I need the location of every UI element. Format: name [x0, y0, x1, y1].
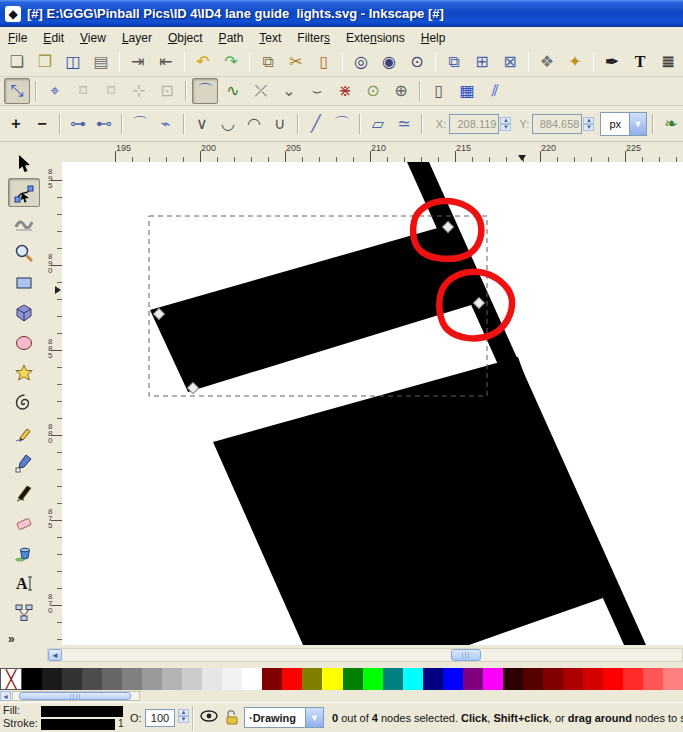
tool-paint-bucket[interactable]	[8, 538, 40, 567]
swatch-red[interactable]	[282, 668, 302, 690]
tool-selector[interactable]	[8, 148, 40, 177]
node-smooth-icon[interactable]: ◡	[216, 112, 240, 136]
swatch-red-dark-2[interactable]	[563, 668, 583, 690]
tool-rectangle[interactable]	[8, 268, 40, 297]
tool-bezier-pen[interactable]	[8, 448, 40, 477]
swatch-red-dark-1[interactable]	[583, 668, 603, 690]
swatch-green[interactable]	[343, 668, 363, 690]
swatch-aqua[interactable]	[403, 668, 423, 690]
scroll-left-arrow-icon[interactable]: ◄	[48, 649, 62, 661]
delete-node-icon[interactable]: −	[30, 112, 54, 136]
upper-lane-guide-shape[interactable]	[150, 225, 481, 392]
swatch-gray-70[interactable]	[82, 668, 102, 690]
stroke-color-swatch[interactable]	[41, 719, 115, 730]
layer-visibility-eye-icon[interactable]	[200, 710, 218, 724]
menu-layer[interactable]: Layer	[114, 29, 160, 47]
swatch-gray-80[interactable]	[62, 668, 82, 690]
opacity-field[interactable]: 100	[145, 709, 175, 727]
swatch-fuchsia[interactable]	[483, 668, 503, 690]
lower-lane-guide-shape[interactable]	[213, 357, 603, 645]
menu-view[interactable]: View	[72, 29, 114, 47]
x-coordinate-field[interactable]: 208.119	[449, 114, 499, 134]
tool-calligraphy[interactable]	[8, 478, 40, 507]
swatch-white[interactable]	[242, 668, 262, 690]
fill-color-swatch[interactable]	[41, 706, 123, 717]
layer-lock-open-icon[interactable]	[224, 709, 240, 727]
import-icon[interactable]: ⇥	[125, 49, 151, 75]
tool-eraser[interactable]	[8, 508, 40, 537]
snap-midpoints-icon[interactable]: ⋇	[332, 78, 358, 104]
node-symmetric-icon[interactable]: ◠	[242, 112, 266, 136]
tool-star[interactable]	[8, 358, 40, 387]
menu-text[interactable]: Text	[251, 29, 289, 47]
redo-icon[interactable]: ↷	[218, 49, 244, 75]
menu-extensions[interactable]: Extensions	[338, 29, 413, 47]
swatch-gray-60[interactable]	[102, 668, 122, 690]
swatch-gray-10[interactable]	[202, 668, 222, 690]
swatch-red-light-3[interactable]	[663, 668, 683, 690]
tool-ellipse[interactable]	[8, 328, 40, 357]
segment-curve-icon[interactable]: ⌒	[330, 112, 354, 136]
duplicate-icon[interactable]: ⧉	[441, 49, 467, 75]
palette-scrollbar[interactable]: ◄	[0, 691, 683, 702]
insert-node-icon[interactable]: +	[4, 112, 28, 136]
swatch-teal[interactable]	[383, 668, 403, 690]
palette-scroll-left-arrow-icon[interactable]: ◄	[0, 691, 11, 701]
swatch-black[interactable]	[22, 668, 42, 690]
menu-file[interactable]: File	[0, 29, 35, 47]
menu-help[interactable]: Help	[413, 29, 454, 47]
snap-rotation-centers-icon[interactable]: ⊕	[388, 78, 414, 104]
node-auto-icon[interactable]: ∪	[268, 112, 292, 136]
show-handles-icon[interactable]: ❧	[659, 112, 683, 136]
units-dropdown[interactable]: px ▼	[600, 112, 647, 136]
y-spinner[interactable]: ▲▼	[583, 117, 594, 131]
snap-grid-icon[interactable]: ▦	[454, 78, 480, 104]
join-with-segment-icon[interactable]: ⌒	[128, 112, 152, 136]
tool-3d-box[interactable]	[8, 298, 40, 327]
print-icon[interactable]: ▤	[88, 49, 114, 75]
edit-find-icon[interactable]: ✦	[562, 49, 588, 75]
tool-node-editor[interactable]	[8, 178, 40, 207]
tool-zoom[interactable]	[8, 238, 40, 267]
save-document-icon[interactable]: ◫	[60, 49, 86, 75]
delete-segment-icon[interactable]: ⌁	[154, 112, 178, 136]
layer-dropdown[interactable]: ·Drawing ▼	[244, 707, 324, 728]
snap-guides-icon[interactable]: ⫽	[482, 78, 508, 104]
menu-filters[interactable]: Filters	[289, 29, 338, 47]
vertical-ruler[interactable]: 8 9 58 9 08 8 58 8 08 7 58 7 0	[47, 162, 63, 645]
unlink-clone-icon[interactable]: ⊠	[497, 49, 523, 75]
swatch-red-dark-4[interactable]	[523, 668, 543, 690]
snap-object-centers-icon[interactable]: ⊙	[360, 78, 386, 104]
swatch-none[interactable]: ╳	[0, 668, 22, 690]
tool-spiral[interactable]	[8, 388, 40, 417]
swatch-gray-40[interactable]	[142, 668, 162, 690]
opacity-spinner[interactable]: ▲▼	[178, 709, 189, 723]
copy-icon[interactable]: ⧉	[255, 49, 281, 75]
swatch-gray-90[interactable]	[42, 668, 62, 690]
swatch-gray-30[interactable]	[162, 668, 182, 690]
export-icon[interactable]: ⇤	[153, 49, 179, 75]
segment-line-icon[interactable]: ╱	[304, 112, 328, 136]
menu-edit[interactable]: Edit	[35, 29, 72, 47]
swatch-lime[interactable]	[363, 668, 383, 690]
swatch-gray-5[interactable]	[222, 668, 242, 690]
break-nodes-icon[interactable]: ⊷	[92, 112, 116, 136]
open-document-icon[interactable]: ❐	[32, 49, 58, 75]
layers-dialog-icon[interactable]: ≣	[655, 49, 681, 75]
swatch-red-light-1[interactable]	[623, 668, 643, 690]
tool-text[interactable]: A	[8, 568, 40, 597]
new-document-icon[interactable]: ❏	[4, 49, 30, 75]
join-nodes-icon[interactable]: ⊶	[66, 112, 90, 136]
text-dialog-icon[interactable]: T	[627, 49, 653, 75]
snap-path-intersections-icon[interactable]: ⤫	[248, 78, 274, 104]
tool-overflow-button[interactable]: »	[8, 632, 15, 646]
menu-object[interactable]: Object	[160, 29, 211, 47]
create-clone-icon[interactable]: ⊞	[469, 49, 495, 75]
zoom-selection-icon[interactable]: ◎	[348, 49, 374, 75]
stroke-width-value[interactable]: 1	[118, 718, 124, 729]
paste-icon[interactable]: ▯	[311, 49, 337, 75]
zoom-drawing-icon[interactable]: ◉	[376, 49, 402, 75]
swatch-red-light-2[interactable]	[643, 668, 663, 690]
snap-bbox-edges-icon[interactable]: ⌑	[70, 78, 96, 104]
swatch-red-dark-5[interactable]	[503, 668, 523, 690]
